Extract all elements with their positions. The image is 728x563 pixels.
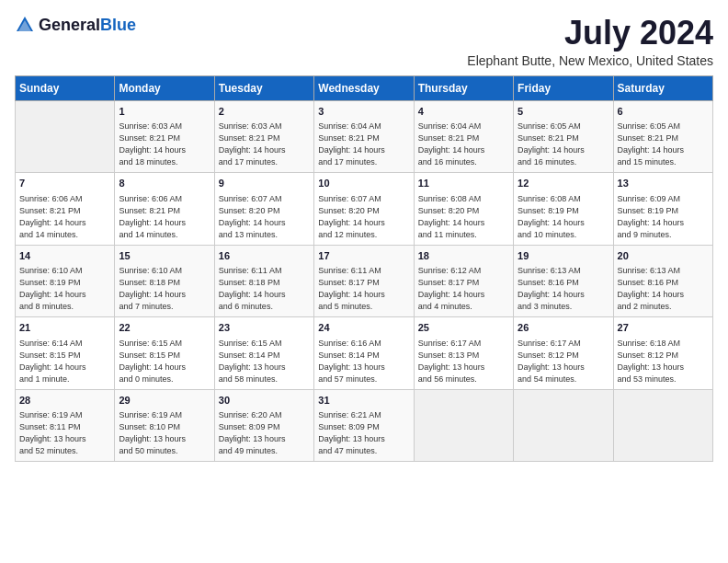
day-number: 12 xyxy=(518,177,609,190)
day-info: Sunrise: 6:07 AM Sunset: 8:20 PM Dayligh… xyxy=(318,193,409,241)
calendar-cell: 30Sunrise: 6:20 AM Sunset: 8:09 PM Dayli… xyxy=(214,389,313,462)
calendar-cell: 26Sunrise: 6:17 AM Sunset: 8:12 PM Dayli… xyxy=(514,317,613,390)
weekday-header-friday: Friday xyxy=(514,75,613,100)
calendar-cell: 22Sunrise: 6:15 AM Sunset: 8:15 PM Dayli… xyxy=(115,317,214,390)
day-info: Sunrise: 6:13 AM Sunset: 8:16 PM Dayligh… xyxy=(518,265,609,313)
day-info: Sunrise: 6:15 AM Sunset: 8:14 PM Dayligh… xyxy=(219,338,310,385)
calendar-cell: 17Sunrise: 6:11 AM Sunset: 8:17 PM Dayli… xyxy=(314,245,414,317)
calendar-cell: 16Sunrise: 6:11 AM Sunset: 8:18 PM Dayli… xyxy=(214,245,313,317)
logo: GeneralBlue xyxy=(15,15,136,35)
logo-icon xyxy=(15,15,35,35)
calendar-cell xyxy=(414,389,513,462)
week-row-4: 21Sunrise: 6:14 AM Sunset: 8:15 PM Dayli… xyxy=(16,317,713,390)
day-info: Sunrise: 6:10 AM Sunset: 8:19 PM Dayligh… xyxy=(19,265,110,313)
calendar-cell xyxy=(613,389,712,462)
day-number: 17 xyxy=(318,249,409,263)
weekday-header-saturday: Saturday xyxy=(613,75,712,100)
calendar-cell: 28Sunrise: 6:19 AM Sunset: 8:11 PM Dayli… xyxy=(16,389,115,462)
calendar-cell: 27Sunrise: 6:18 AM Sunset: 8:12 PM Dayli… xyxy=(613,317,712,390)
day-number: 31 xyxy=(318,394,409,408)
calendar-cell: 18Sunrise: 6:12 AM Sunset: 8:17 PM Dayli… xyxy=(414,245,513,317)
weekday-header-sunday: Sunday xyxy=(16,75,115,100)
day-number: 29 xyxy=(119,394,210,408)
day-info: Sunrise: 6:08 AM Sunset: 8:20 PM Dayligh… xyxy=(418,193,509,241)
week-row-5: 28Sunrise: 6:19 AM Sunset: 8:11 PM Dayli… xyxy=(16,389,713,462)
day-number: 30 xyxy=(219,394,310,408)
day-number: 10 xyxy=(318,177,409,190)
calendar-cell: 24Sunrise: 6:16 AM Sunset: 8:14 PM Dayli… xyxy=(314,317,414,390)
day-number: 23 xyxy=(219,321,310,335)
day-info: Sunrise: 6:19 AM Sunset: 8:10 PM Dayligh… xyxy=(119,409,210,457)
calendar-cell: 21Sunrise: 6:14 AM Sunset: 8:15 PM Dayli… xyxy=(16,317,115,390)
day-info: Sunrise: 6:17 AM Sunset: 8:12 PM Dayligh… xyxy=(518,338,609,385)
calendar-table: SundayMondayTuesdayWednesdayThursdayFrid… xyxy=(15,75,713,463)
calendar-cell: 10Sunrise: 6:07 AM Sunset: 8:20 PM Dayli… xyxy=(314,173,414,246)
day-info: Sunrise: 6:11 AM Sunset: 8:18 PM Dayligh… xyxy=(219,265,310,313)
weekday-header-row: SundayMondayTuesdayWednesdayThursdayFrid… xyxy=(16,75,713,100)
calendar-cell: 6Sunrise: 6:05 AM Sunset: 8:21 PM Daylig… xyxy=(613,100,712,173)
weekday-header-thursday: Thursday xyxy=(414,75,513,100)
calendar-cell xyxy=(16,100,115,173)
day-number: 19 xyxy=(518,249,609,263)
weekday-header-tuesday: Tuesday xyxy=(214,75,313,100)
day-number: 22 xyxy=(119,321,210,335)
week-row-1: 1Sunrise: 6:03 AM Sunset: 8:21 PM Daylig… xyxy=(16,100,713,173)
calendar-cell: 1Sunrise: 6:03 AM Sunset: 8:21 PM Daylig… xyxy=(115,100,214,173)
day-info: Sunrise: 6:05 AM Sunset: 8:21 PM Dayligh… xyxy=(618,121,709,168)
day-info: Sunrise: 6:04 AM Sunset: 8:21 PM Dayligh… xyxy=(318,121,409,168)
calendar-cell: 25Sunrise: 6:17 AM Sunset: 8:13 PM Dayli… xyxy=(414,317,513,390)
day-info: Sunrise: 6:11 AM Sunset: 8:17 PM Dayligh… xyxy=(318,265,409,313)
day-number: 4 xyxy=(418,105,509,119)
day-info: Sunrise: 6:04 AM Sunset: 8:21 PM Dayligh… xyxy=(418,121,509,168)
day-info: Sunrise: 6:13 AM Sunset: 8:16 PM Dayligh… xyxy=(618,265,709,313)
calendar-cell: 2Sunrise: 6:03 AM Sunset: 8:21 PM Daylig… xyxy=(214,100,313,173)
calendar-cell: 31Sunrise: 6:21 AM Sunset: 8:09 PM Dayli… xyxy=(314,389,414,462)
location-subtitle: Elephant Butte, New Mexico, United State… xyxy=(467,53,713,68)
calendar-cell: 3Sunrise: 6:04 AM Sunset: 8:21 PM Daylig… xyxy=(314,100,414,173)
day-number: 25 xyxy=(418,321,509,335)
calendar-body: 1Sunrise: 6:03 AM Sunset: 8:21 PM Daylig… xyxy=(16,100,713,462)
calendar-cell: 11Sunrise: 6:08 AM Sunset: 8:20 PM Dayli… xyxy=(414,173,513,246)
month-title: July 2024 xyxy=(467,15,713,52)
logo-blue: Blue xyxy=(100,16,136,34)
day-info: Sunrise: 6:10 AM Sunset: 8:18 PM Dayligh… xyxy=(119,265,210,313)
day-info: Sunrise: 6:09 AM Sunset: 8:19 PM Dayligh… xyxy=(618,193,709,241)
day-number: 16 xyxy=(219,249,310,263)
day-info: Sunrise: 6:14 AM Sunset: 8:15 PM Dayligh… xyxy=(19,338,110,385)
calendar-cell: 7Sunrise: 6:06 AM Sunset: 8:21 PM Daylig… xyxy=(16,173,115,246)
day-number: 9 xyxy=(219,177,310,190)
week-row-2: 7Sunrise: 6:06 AM Sunset: 8:21 PM Daylig… xyxy=(16,173,713,246)
day-number: 3 xyxy=(318,105,409,119)
day-info: Sunrise: 6:03 AM Sunset: 8:21 PM Dayligh… xyxy=(219,121,310,168)
day-number: 26 xyxy=(518,321,609,335)
day-number: 15 xyxy=(119,249,210,263)
calendar-header: SundayMondayTuesdayWednesdayThursdayFrid… xyxy=(16,75,713,100)
day-info: Sunrise: 6:16 AM Sunset: 8:14 PM Dayligh… xyxy=(318,338,409,385)
day-info: Sunrise: 6:06 AM Sunset: 8:21 PM Dayligh… xyxy=(19,193,110,241)
day-number: 1 xyxy=(119,105,210,119)
day-number: 20 xyxy=(618,249,709,263)
calendar-cell: 12Sunrise: 6:08 AM Sunset: 8:19 PM Dayli… xyxy=(514,173,613,246)
day-info: Sunrise: 6:21 AM Sunset: 8:09 PM Dayligh… xyxy=(318,409,409,457)
calendar-cell: 29Sunrise: 6:19 AM Sunset: 8:10 PM Dayli… xyxy=(115,389,214,462)
day-info: Sunrise: 6:08 AM Sunset: 8:19 PM Dayligh… xyxy=(518,193,609,241)
day-info: Sunrise: 6:17 AM Sunset: 8:13 PM Dayligh… xyxy=(418,338,509,385)
day-info: Sunrise: 6:19 AM Sunset: 8:11 PM Dayligh… xyxy=(19,409,110,457)
week-row-3: 14Sunrise: 6:10 AM Sunset: 8:19 PM Dayli… xyxy=(16,245,713,317)
calendar-cell: 20Sunrise: 6:13 AM Sunset: 8:16 PM Dayli… xyxy=(613,245,712,317)
day-info: Sunrise: 6:07 AM Sunset: 8:20 PM Dayligh… xyxy=(219,193,310,241)
day-number: 28 xyxy=(19,394,110,408)
day-number: 21 xyxy=(19,321,110,335)
calendar-cell: 15Sunrise: 6:10 AM Sunset: 8:18 PM Dayli… xyxy=(115,245,214,317)
day-info: Sunrise: 6:12 AM Sunset: 8:17 PM Dayligh… xyxy=(418,265,509,313)
day-number: 2 xyxy=(219,105,310,119)
weekday-header-wednesday: Wednesday xyxy=(314,75,414,100)
day-number: 5 xyxy=(518,105,609,119)
day-number: 7 xyxy=(19,177,110,190)
calendar-cell xyxy=(514,389,613,462)
weekday-header-monday: Monday xyxy=(115,75,214,100)
calendar-cell: 19Sunrise: 6:13 AM Sunset: 8:16 PM Dayli… xyxy=(514,245,613,317)
calendar-cell: 23Sunrise: 6:15 AM Sunset: 8:14 PM Dayli… xyxy=(214,317,313,390)
day-number: 24 xyxy=(318,321,409,335)
day-info: Sunrise: 6:06 AM Sunset: 8:21 PM Dayligh… xyxy=(119,193,210,241)
